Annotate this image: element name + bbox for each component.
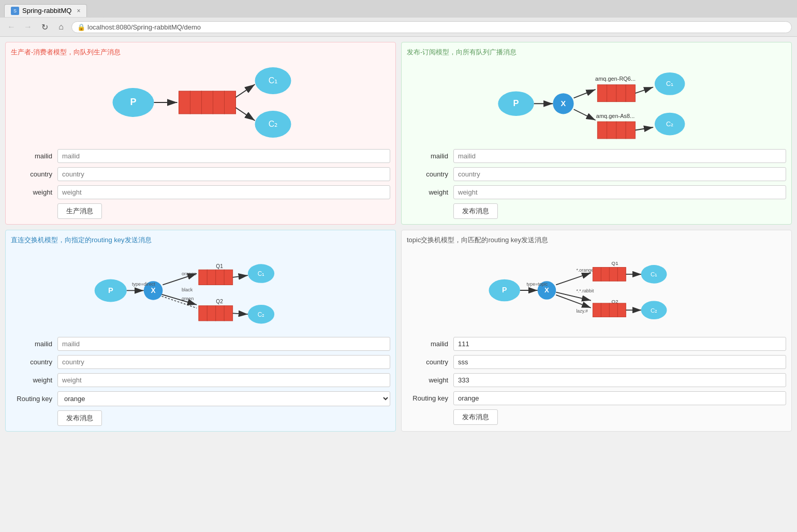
panel2-country-row: country (407, 167, 786, 181)
panel1-title: 生产者-消费者模型，向队列生产消息 (11, 48, 390, 57)
lock-icon: 🔒 (77, 23, 85, 31)
panel2-country-input[interactable] (453, 167, 786, 181)
url-bar[interactable]: 🔒 localhost:8080/Spring-rabbitMQ/demo (71, 21, 792, 33)
panel4-country-input[interactable] (453, 355, 786, 369)
panel2-title: 发布-订阅模型，向所有队列广播消息 (407, 48, 786, 57)
svg-text:X: X (561, 99, 566, 108)
panel1-mailid-input[interactable] (57, 149, 390, 163)
panel1-weight-label: weight (11, 188, 57, 196)
diagram-topic: P X type=topic Q1 *.orange.* *.*.rabbit … (407, 249, 786, 332)
panel3-title: 直连交换机模型，向指定的routing key发送消息 (11, 235, 390, 245)
svg-text:C₂: C₂ (666, 120, 673, 128)
panel3-country-row: country (11, 355, 390, 369)
panel4-submit-btn[interactable]: 发布消息 (453, 409, 498, 425)
panel4-mailid-row: mailid (407, 337, 786, 351)
arrow-x3-q1 (163, 274, 197, 285)
panel4-country-row: country (407, 355, 786, 369)
tab-favicon: S (11, 7, 19, 15)
panel4-weight-input[interactable] (453, 373, 786, 387)
url-text: localhost:8080/Spring-rabbitMQ/demo (87, 23, 201, 31)
forward-button[interactable]: → (22, 21, 34, 33)
arrow-x4-q2b (556, 295, 591, 308)
diagram-pubsub: P X amq.gen-RQ6... C₁ am (407, 61, 786, 144)
panel1-mailid-label: mailid (11, 152, 57, 160)
panel3-weight-label: weight (11, 376, 57, 384)
arrow-to-c1 (236, 84, 255, 97)
arrow-x2-q1 (574, 90, 596, 98)
queue-block3 (202, 91, 213, 114)
diagram1-svg: P C₁ (11, 61, 390, 144)
svg-text:Q2: Q2 (216, 299, 223, 304)
diagram2-svg: P X amq.gen-RQ6... C₁ am (407, 61, 786, 144)
svg-rect-28 (224, 270, 232, 285)
panel3-weight-row: weight (11, 373, 390, 387)
panel1-weight-row: weight (11, 185, 390, 199)
svg-rect-49 (617, 268, 626, 282)
svg-text:P: P (502, 286, 507, 294)
tab-title: Spring-rabbitMQ (22, 7, 71, 14)
svg-rect-52 (593, 303, 601, 317)
diagram3-svg: P X type=direct Q1 orange (11, 249, 390, 332)
panel3-routing-select[interactable]: orange black green (57, 391, 390, 406)
page-content: 生产者-消费者模型，向队列生产消息 P (0, 37, 797, 437)
svg-text:X: X (151, 287, 156, 294)
panel2-mailid-input[interactable] (453, 149, 786, 163)
panel1-country-row: country (11, 167, 390, 181)
panel3-country-label: country (11, 358, 57, 366)
panel3-mailid-input[interactable] (57, 337, 390, 351)
arrow-x2-q2 (574, 109, 596, 120)
svg-rect-34 (207, 306, 215, 321)
address-bar: ← → ↻ ⌂ 🔒 localhost:8080/Spring-rabbitMQ… (0, 18, 797, 36)
panel3-routing-label: Routing key (11, 395, 57, 403)
panel4-title: topic交换机模型，向匹配的routing key发送消息 (407, 235, 786, 245)
browser-tab[interactable]: S Spring-rabbitMQ × (4, 4, 87, 17)
panel4-btn-row: 发布消息 (407, 409, 786, 425)
panel2-weight-row: weight (407, 185, 786, 199)
svg-text:green: green (182, 296, 194, 301)
svg-text:*.*.rabbit: *.*.rabbit (576, 288, 594, 293)
panel4-mailid-label: mailid (407, 340, 453, 348)
svg-text:type=topic: type=topic (526, 282, 548, 287)
panel2-submit-btn[interactable]: 发布消息 (453, 203, 498, 219)
panel4-mailid-input[interactable] (453, 337, 786, 351)
panel2-btn-row: 发布消息 (407, 203, 786, 219)
diagram4-svg: P X type=topic Q1 *.orange.* *.*.rabbit … (407, 249, 786, 332)
svg-text:P: P (513, 98, 519, 108)
svg-text:C₁: C₁ (666, 80, 673, 87)
svg-rect-47 (601, 268, 609, 282)
new-tab-area (89, 3, 105, 18)
panel3-submit-btn[interactable]: 发布消息 (57, 410, 102, 426)
panel1-submit-btn[interactable]: 生产消息 (57, 203, 102, 219)
svg-rect-27 (216, 270, 224, 285)
svg-rect-15 (607, 122, 616, 139)
svg-rect-25 (199, 270, 207, 285)
refresh-button[interactable]: ↻ (38, 21, 51, 33)
queue-block1 (179, 91, 190, 114)
panel-producer-consumer: 生产者-消费者模型，向队列生产消息 P (5, 42, 396, 225)
panel3-btn-row: 发布消息 (11, 410, 390, 426)
svg-text:C₂: C₂ (258, 311, 265, 318)
panel2-country-label: country (407, 170, 453, 178)
arrow-q2-c2 (635, 127, 653, 130)
panel3-country-input[interactable] (57, 355, 390, 369)
panel-topic-exchange: topic交换机模型，向匹配的routing key发送消息 P X type=… (401, 230, 792, 432)
panel-pubsub: 发布-订阅模型，向所有队列广播消息 P X amq.gen-RQ6... (401, 42, 792, 225)
svg-text:X: X (544, 286, 549, 294)
svg-rect-55 (617, 303, 626, 317)
panel2-mailid-row: mailid (407, 149, 786, 163)
home-button[interactable]: ⌂ (55, 21, 67, 33)
queue-block4 (213, 91, 225, 114)
back-button[interactable]: ← (5, 21, 18, 33)
svg-text:C₁: C₁ (258, 270, 265, 277)
svg-text:P: P (130, 97, 136, 107)
panel3-weight-input[interactable] (57, 373, 390, 387)
panel1-weight-input[interactable] (57, 185, 390, 199)
panel4-routing-input[interactable] (453, 391, 786, 405)
tab-close-btn[interactable]: × (77, 7, 80, 14)
panel2-weight-label: weight (407, 188, 453, 196)
panel1-country-input[interactable] (57, 167, 390, 181)
panel1-mailid-row: mailid (11, 149, 390, 163)
diagram-direct: P X type=direct Q1 orange (11, 249, 390, 332)
panel2-weight-input[interactable] (453, 185, 786, 199)
panel-direct-exchange: 直连交换机模型，向指定的routing key发送消息 P X type=dir… (5, 230, 396, 432)
